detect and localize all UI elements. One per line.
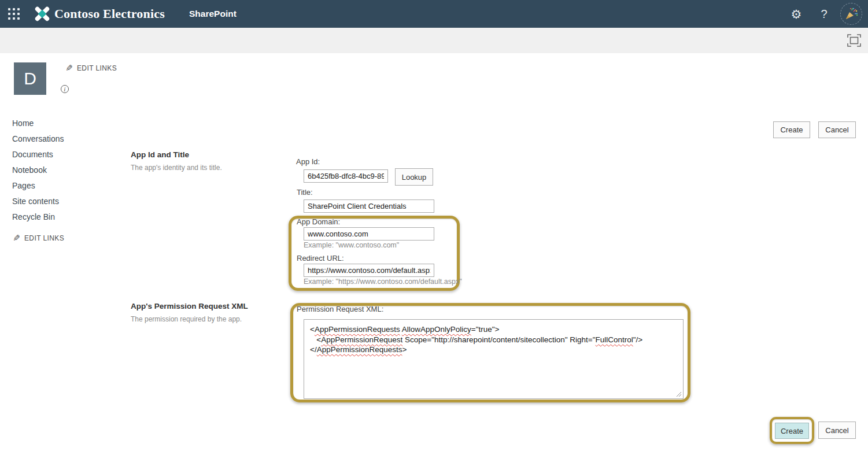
site-logo-tile[interactable]: D (14, 62, 46, 95)
redirect-url-input[interactable] (304, 264, 434, 277)
edit-links-label: EDIT LINKS (77, 64, 117, 72)
brand-name: Contoso Electronics (54, 6, 165, 21)
redirect-url-example: Example: "https://www.contoso.com/defaul… (304, 278, 462, 286)
xml-line-1: <AppPermissionRequests AllowAppOnlyPolic… (310, 325, 499, 334)
sidebar-item-site-contents[interactable]: Site contents (12, 194, 64, 209)
misspelled-token: AppPermissionRequests (315, 325, 400, 334)
redirect-url-label: Redirect URL: (297, 254, 344, 263)
permission-section-title: App's Permission Request XML (131, 302, 248, 310)
brand-logo[interactable]: Contoso Electronics (34, 5, 165, 23)
site-initial: D (24, 69, 36, 88)
help-icon: ? (821, 8, 827, 21)
xml-line-3: </AppPermissionRequests> (310, 345, 407, 354)
sidebar-item-pages[interactable]: Pages (12, 178, 64, 194)
pencil-icon: ✎ (65, 63, 73, 73)
info-icon[interactable]: i (61, 85, 69, 93)
page-content: D ✎ EDIT LINKS i Home Conversations Docu… (0, 53, 868, 451)
profile-avatar[interactable] (840, 3, 862, 25)
title-input[interactable] (304, 199, 434, 213)
command-bar (0, 28, 868, 53)
settings-button[interactable]: ⚙ (785, 2, 808, 25)
identity-section-title: App Id and Title (131, 150, 189, 159)
suite-bar: Contoso Electronics SharePoint ⚙ ? (0, 0, 868, 28)
product-name: SharePoint (189, 9, 237, 19)
xml-line-2: <AppPermissionRequest Scope="http://shar… (310, 335, 642, 344)
waffle-grid-icon (8, 8, 20, 20)
lookup-button[interactable]: Lookup (395, 168, 433, 186)
cancel-button-top[interactable]: Cancel (818, 121, 856, 138)
sidebar-nav: Home Conversations Documents Notebook Pa… (12, 116, 64, 225)
focus-mode-icon (847, 34, 861, 47)
misspelled-token: AllowAppOnlyPolicy (402, 325, 471, 334)
app-id-label: App Id: (296, 157, 320, 166)
resize-grip-icon[interactable] (675, 391, 682, 397)
app-launcher-icon[interactable] (0, 0, 28, 28)
permission-xml-textarea[interactable]: <AppPermissionRequests AllowAppOnlyPolic… (304, 319, 684, 399)
sidebar-item-home[interactable]: Home (12, 116, 64, 131)
edit-links-top[interactable]: ✎ EDIT LINKS (65, 63, 117, 73)
focus-mode-button[interactable] (847, 34, 861, 47)
edit-links-label: EDIT LINKS (24, 234, 64, 242)
app-domain-input[interactable] (304, 227, 434, 241)
app-domain-label: App Domain: (297, 217, 340, 226)
sidebar-item-recycle-bin[interactable]: Recycle Bin (12, 209, 64, 225)
sidebar-item-notebook[interactable]: Notebook (12, 162, 64, 178)
app-id-input[interactable] (304, 169, 388, 183)
permission-section-description: The permission required by the app. (131, 315, 242, 323)
misspelled-token: FullControl (596, 335, 633, 344)
edit-links-bottom[interactable]: ✎ EDIT LINKS (13, 233, 64, 243)
sidebar-item-conversations[interactable]: Conversations (12, 131, 64, 147)
cancel-button-bottom[interactable]: Cancel (818, 422, 856, 439)
title-label: Title: (297, 188, 313, 197)
sidebar-item-documents[interactable]: Documents (12, 147, 64, 162)
misspelled-token: AppPermissionRequests (317, 345, 402, 354)
pencil-icon: ✎ (13, 233, 20, 243)
suite-bar-actions: ⚙ ? (785, 2, 868, 25)
create-button-top[interactable]: Create (773, 121, 810, 138)
misspelled-token: AppPermissionRequest (321, 335, 402, 344)
create-button-bottom[interactable]: Create (775, 423, 809, 439)
help-button[interactable]: ? (812, 2, 836, 25)
party-popper-icon (844, 6, 859, 21)
identity-section-description: The app's identity and its title. (131, 164, 222, 172)
gear-icon: ⚙ (791, 8, 802, 20)
contoso-logo-icon (34, 5, 51, 23)
app-domain-example: Example: "www.contoso.com" (304, 241, 399, 249)
permission-xml-label: Permission Request XML: (297, 305, 383, 313)
